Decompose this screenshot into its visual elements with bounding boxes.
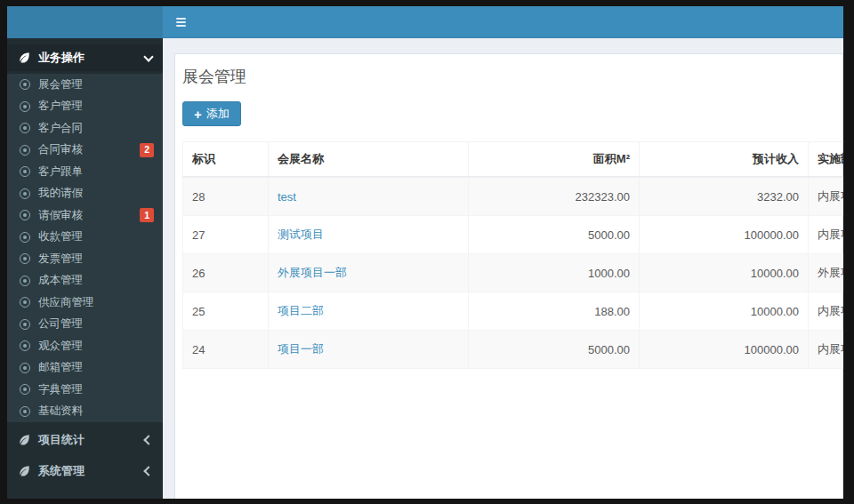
sidebar-item-label: 客户管理 — [38, 99, 83, 114]
sidebar-toggle-button[interactable] — [163, 6, 198, 38]
sidebar-submenu: 展会管理客户管理客户合同合同审核2客户跟单我的请假请假审核1收款管理发票管理成本… — [7, 74, 163, 422]
sidebar-item-label: 供应商管理 — [38, 295, 94, 310]
sidebar-item[interactable]: 合同审核2 — [7, 140, 163, 162]
plus-icon: + — [194, 108, 202, 121]
cell-id: 24 — [183, 331, 269, 369]
sidebar-item-label: 公司管理 — [38, 316, 83, 332]
sidebar-item[interactable]: 成本管理 — [7, 270, 163, 292]
cell-id: 25 — [183, 292, 269, 331]
cell-name: 项目一部 — [269, 331, 469, 369]
exhibition-link[interactable]: test — [278, 190, 296, 204]
cell-income: 100000.00 — [640, 216, 809, 254]
sidebar-item[interactable]: 展会管理 — [7, 74, 163, 96]
sidebar-item-label: 合同审核 — [38, 142, 83, 157]
cell-name: test — [269, 177, 469, 216]
sidebar-item[interactable]: 邮箱管理 — [7, 357, 163, 380]
sidebar-item[interactable]: 供应商管理 — [7, 292, 163, 314]
cell-area: 5000.00 — [469, 331, 640, 369]
table-row: 25项目二部188.0010000.00内展项目 — [183, 292, 844, 331]
sidebar-item-label: 基础资料 — [38, 404, 83, 419]
bullseye-icon — [20, 123, 30, 133]
sidebar: 业务操作展会管理客户管理客户合同合同审核2客户跟单我的请假请假审核1收款管理发票… — [7, 38, 163, 499]
sidebar-item[interactable]: 客户管理 — [7, 96, 163, 118]
cell-department: 内展项目 — [809, 177, 844, 216]
cell-income: 100000.00 — [640, 331, 809, 369]
sidebar-item-label: 邮箱管理 — [38, 360, 83, 375]
bullseye-icon — [20, 319, 30, 330]
bullseye-icon — [20, 210, 30, 220]
bullseye-icon — [20, 145, 30, 156]
navbar — [163, 6, 843, 38]
sidebar-item-label: 客户跟单 — [38, 164, 83, 180]
bullseye-icon — [20, 276, 30, 286]
sidebar-item-label: 客户合同 — [38, 121, 83, 136]
sidebar-menu: 业务操作展会管理客户管理客户合同合同审核2客户跟单我的请假请假审核1收款管理发票… — [7, 44, 163, 484]
bullseye-icon — [20, 406, 30, 417]
bullseye-icon — [20, 297, 30, 308]
sidebar-item[interactable]: 公司管理 — [7, 314, 163, 336]
sidebar-item[interactable]: 基础资料 — [7, 401, 163, 423]
cell-income: 3232.00 — [640, 177, 809, 216]
column-header: 标识 — [183, 142, 269, 178]
cell-area: 232323.00 — [469, 177, 640, 216]
logo-area[interactable] — [7, 6, 163, 38]
cell-department: 内展项目 — [809, 216, 844, 254]
cell-id: 28 — [183, 177, 269, 216]
table-row: 24项目一部5000.00100000.00内展项目 — [183, 331, 844, 369]
exhibition-link[interactable]: 项目一部 — [278, 342, 324, 356]
page-title: 展会管理 — [182, 66, 835, 87]
cell-area: 1000.00 — [469, 254, 640, 292]
bullseye-icon — [20, 253, 30, 264]
sidebar-item-label: 请假审核 — [38, 208, 83, 223]
app-window: 业务操作展会管理客户管理客户合同合同审核2客户跟单我的请假请假审核1收款管理发票… — [7, 6, 843, 499]
sidebar-section-label: 项目统计 — [38, 432, 145, 448]
cell-department: 外展项目 — [809, 254, 844, 292]
sidebar-section-header[interactable]: 项目统计 — [7, 427, 163, 453]
sidebar-item[interactable]: 客户合同 — [7, 117, 163, 140]
sidebar-section-label: 系统管理 — [38, 463, 145, 479]
chevron-down-icon — [143, 52, 153, 61]
leaf-icon — [18, 52, 30, 64]
cell-name: 外展项目一部 — [269, 254, 469, 292]
bullseye-icon — [20, 188, 30, 199]
bullseye-icon — [20, 101, 30, 112]
sidebar-item-label: 成本管理 — [38, 273, 83, 288]
bullseye-icon — [20, 384, 30, 395]
sidebar-item[interactable]: 客户跟单 — [7, 161, 163, 183]
sidebar-item-label: 我的请假 — [38, 186, 83, 201]
bullseye-icon — [20, 166, 30, 177]
cell-area: 188.00 — [469, 292, 640, 331]
sidebar-item[interactable]: 观众管理 — [7, 335, 163, 357]
exhibition-link[interactable]: 外展项目一部 — [278, 266, 347, 279]
sidebar-section-header[interactable]: 业务操作 — [7, 44, 163, 71]
card-header: 展会管理 — [175, 54, 842, 96]
table-body: 28test232323.003232.00内展项目27测试项目5000.001… — [183, 177, 844, 369]
sidebar-section-header[interactable]: 系统管理 — [7, 458, 163, 484]
cell-id: 27 — [183, 216, 269, 254]
add-button-label: 添加 — [206, 106, 230, 122]
exhibition-card: 展会管理 + 添加 标识会展名称面积M²预计收入实施部门 28test23232… — [174, 53, 843, 499]
sidebar-item[interactable]: 收款管理 — [7, 227, 163, 249]
sidebar-item[interactable]: 请假审核1 — [7, 204, 163, 227]
sidebar-item-label: 展会管理 — [38, 77, 83, 92]
add-button[interactable]: + 添加 — [182, 101, 241, 126]
card-body: + 添加 标识会展名称面积M²预计收入实施部门 28test232323.003… — [175, 96, 842, 369]
cell-income: 10000.00 — [640, 254, 809, 292]
content-area: 展会管理 + 添加 标识会展名称面积M²预计收入实施部门 28test23232… — [163, 38, 843, 499]
sidebar-item[interactable]: 我的请假 — [7, 183, 163, 205]
sidebar-item[interactable]: 发票管理 — [7, 248, 163, 270]
table-row: 27测试项目5000.00100000.00内展项目 — [183, 216, 844, 254]
sidebar-item-label: 发票管理 — [38, 252, 83, 267]
chevron-left-icon — [143, 435, 153, 444]
bullseye-icon — [20, 232, 30, 243]
cell-area: 5000.00 — [469, 216, 640, 254]
cell-name: 项目二部 — [269, 292, 469, 331]
cell-name: 测试项目 — [269, 216, 469, 254]
exhibition-link[interactable]: 测试项目 — [278, 228, 324, 241]
table-row: 28test232323.003232.00内展项目 — [183, 177, 844, 216]
sidebar-item[interactable]: 字典管理 — [7, 379, 163, 401]
column-header: 预计收入 — [640, 142, 809, 178]
column-header: 实施部门 — [809, 142, 844, 178]
exhibition-link[interactable]: 项目二部 — [278, 304, 324, 317]
cell-income: 10000.00 — [640, 292, 809, 331]
